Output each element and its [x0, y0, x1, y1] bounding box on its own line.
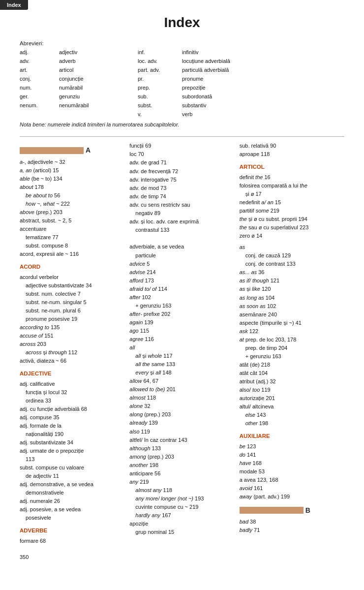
entry-about: about 178: [20, 183, 124, 191]
entry-allowed: allowed to (be) 201: [129, 385, 234, 394]
entry-bad: bad 38: [240, 518, 344, 526]
entry-apozitie: apoziție: [129, 520, 234, 528]
entry-modale: modale 53: [240, 467, 344, 476]
abbrev-cell: [20, 110, 59, 119]
entry-adj-numerale: adj. numerale 26: [20, 497, 124, 505]
abbrev-cell: adv.: [20, 57, 59, 65]
entry-almost-any: almost any 118: [129, 486, 234, 495]
entry-although: although 133: [129, 444, 234, 453]
nota-bene: Nota bene: numerele indică trimiteri la …: [20, 122, 344, 127]
entry-be: be 123: [240, 442, 344, 451]
abbrev-cell: inf.: [138, 48, 182, 57]
abbreviations-label: Abrevieri:: [20, 40, 344, 46]
entry-functia-locul: funcția și locul 32: [20, 388, 124, 397]
entry-across-through: across și through 112: [20, 348, 124, 357]
entry-nationalitati: naționalități 190: [20, 430, 124, 438]
entry-advise: advise 214: [129, 268, 234, 277]
entry-afraid: afraid to/ of 114: [129, 285, 234, 293]
entry-atribut: atribut (adj.) 32: [240, 377, 344, 386]
entry-sub-relativa: sub. relativă 90: [240, 142, 344, 150]
entry-subst-num-col: subst. num. colective 7: [20, 290, 124, 298]
entry-zero: zero ø 14: [240, 232, 344, 240]
entry-adj-posesive: adj. posesive, a se vedea: [20, 505, 124, 514]
abbrev-cell: substantiv: [182, 101, 344, 110]
abbrev-cell: sub.: [138, 93, 182, 101]
entry-adv-grad: adv. de grad 71: [129, 158, 234, 167]
entry-according: according to 135: [20, 323, 124, 332]
entry-accentuare: accentuare: [20, 225, 124, 233]
section-b-bar: [240, 507, 303, 514]
entry-altul: altul/ altcineva: [240, 403, 344, 411]
entry-any: any 219: [129, 478, 234, 486]
entry-aproape: aproape 118: [240, 150, 344, 158]
entry-all-whole: all și whole 117: [129, 352, 234, 360]
entry-activa: activă, diateza ~ 66: [20, 357, 124, 365]
entry-after: after 102: [129, 293, 234, 302]
entry-among: among (prep.) 203: [129, 453, 234, 461]
abbrev-cell: prep.: [138, 84, 182, 92]
entry-away: away (part. adv.) 199: [240, 493, 344, 501]
abbrev-cell: numărabil: [59, 84, 138, 92]
entry-ordinea: ordinea 33: [20, 397, 124, 405]
entry-after-prefix: after- prefixe 202: [129, 310, 234, 318]
entry-adv-timp: adv. de timp 74: [129, 192, 234, 201]
abbrev-cell: adj.: [20, 48, 59, 57]
entry-again: again 139: [129, 318, 234, 327]
entry-how-what: how ~, what ~ 222: [20, 200, 124, 208]
entry-atat-de: atât (de) 218: [240, 361, 344, 369]
abbrev-cell: num.: [20, 84, 59, 92]
entry-along: along (prep.) 203: [129, 410, 234, 419]
entry-formare: formare 68: [20, 537, 124, 545]
entry-acordul: acordul verbelor: [20, 273, 124, 281]
entry-nedefinit: nedefinit a/ an 15: [240, 198, 344, 207]
entry-subst-cu-val: subst. compuse cu valoare: [20, 464, 124, 472]
entry-loc: loc 70: [129, 150, 234, 158]
entry-posesivele: posesivele: [20, 514, 124, 522]
entry-altfel: altfel/ în caz contrar 143: [129, 436, 234, 444]
entry-at-prep-loc: at prep. de loc 203, 178: [240, 336, 344, 344]
index-columns: A a-, adjectivele ~ 32 a, an (articol) 1…: [20, 142, 344, 545]
entry-also: also 119: [129, 428, 234, 436]
section-a-bar: [20, 147, 84, 154]
abbrev-cell: subordonată: [182, 93, 344, 101]
entry-adv-interog: adv. interogative 75: [129, 176, 234, 184]
entry-ago: ago 115: [129, 327, 234, 335]
entry-any-more: any more/ longer (not ~) 193: [129, 495, 234, 503]
column-1: A a-, adjectivele ~ 32 a, an (articol) 1…: [20, 142, 124, 545]
entry-else: else 143: [240, 411, 344, 419]
entry-do: do 141: [240, 451, 344, 459]
adverbe-heading: ADVERBE: [20, 526, 124, 535]
entry-subst-compuse: subst. compuse 8: [20, 242, 124, 250]
entry-almost: almost 118: [129, 394, 234, 402]
entry-adj-demo: adj. demonstrative, a se vedea: [20, 480, 124, 489]
entry-abstract: abstract, subst. ~ 2, 5: [20, 217, 124, 225]
entry-particule: particule: [129, 251, 234, 260]
abbrev-cell: [59, 110, 138, 119]
abbrev-cell: conjuncție: [59, 75, 138, 83]
abbrev-cell: nenumărabil: [59, 101, 138, 110]
entry-a-avea: a avea 123, 168: [240, 476, 344, 484]
entry-every-all: every și all 148: [129, 369, 234, 377]
adjective-heading: ADJECTIVE: [20, 369, 124, 378]
entry-demonstrativele: demonstrativele: [20, 489, 124, 497]
entry-adj-compuse: adj. compuse 35: [20, 413, 124, 422]
entry-pronume-pos: pronume posesive 19: [20, 315, 124, 323]
abbrev-cell: loc. adv.: [138, 57, 182, 65]
entry-atat-cat: atât cât 104: [240, 369, 344, 377]
entry-as-as: as... as 36: [240, 268, 344, 277]
abbrev-cell: ger.: [20, 93, 59, 101]
entry-adverbiale: adverbiale, a se vedea: [129, 243, 234, 251]
entry-adj-urmate: adj. urmate de o prepoziție: [20, 447, 124, 455]
entry-de-adjectiv: de adjectiv 11: [20, 472, 124, 480]
column-2: funcții 69 loc 70 adv. de grad 71 adv. d…: [129, 142, 234, 536]
abbrev-cell: part. adv.: [138, 66, 182, 74]
section-a-header: A: [20, 145, 124, 155]
entry-tematizare: tematizare 77: [20, 233, 124, 242]
entry-adv-sens: adv. cu sens restrictv sau: [129, 201, 234, 209]
entry-adj-calificative: adj. calificative: [20, 380, 124, 388]
abbrev-cell: locuțiune adverbială: [182, 57, 344, 65]
entry-accuse: accuse of 151: [20, 332, 124, 340]
column-3: sub. relativă 90 aproape 118 ARTICOL def…: [240, 142, 344, 534]
abbrev-cell: infinitiv: [182, 48, 344, 57]
page-number: 350: [20, 554, 29, 560]
